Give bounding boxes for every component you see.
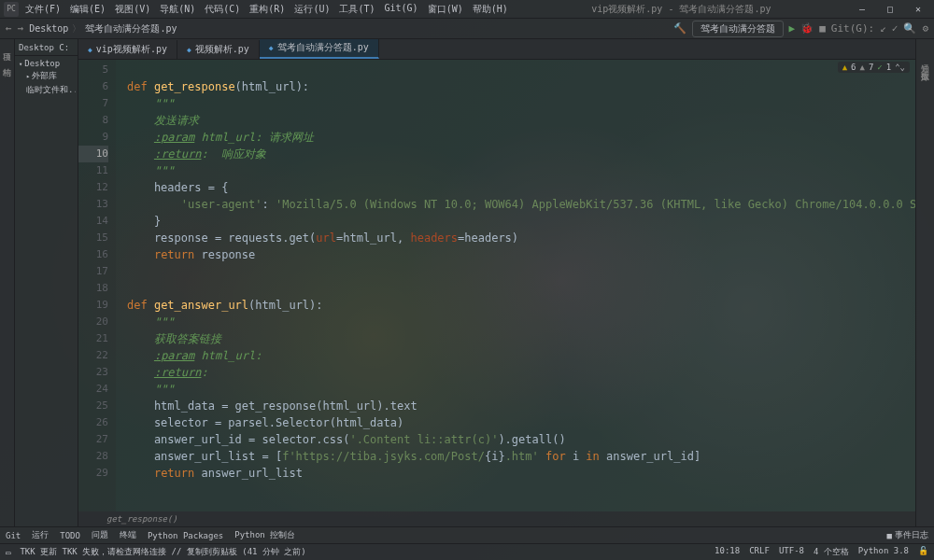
run-config-selector[interactable]: 驾考自动满分答题: [692, 21, 784, 37]
breadcrumb-file[interactable]: 驾考自动满分答题.py: [85, 22, 177, 35]
project-tool-tab[interactable]: 项目: [1, 43, 13, 50]
menu-item[interactable]: 重构(R): [245, 1, 290, 18]
python-interpreter[interactable]: Python 3.8: [858, 546, 909, 558]
code-line[interactable]: headers = {: [127, 179, 915, 196]
lock-icon[interactable]: 🔓: [918, 546, 928, 558]
code-line[interactable]: [127, 263, 915, 280]
line-number[interactable]: 6: [78, 78, 108, 95]
menu-item[interactable]: 运行(U): [290, 1, 334, 18]
tool-window-button[interactable]: 终端: [120, 529, 136, 541]
code-line[interactable]: :return:: [127, 364, 915, 381]
line-number[interactable]: 17: [78, 263, 108, 280]
line-number[interactable]: 21: [78, 330, 108, 347]
tool-window-button[interactable]: 运行: [32, 529, 49, 541]
line-number[interactable]: 28: [78, 448, 108, 465]
editor-tab[interactable]: ◆视频解析.py: [177, 40, 260, 59]
code-line[interactable]: """: [127, 314, 915, 330]
line-number[interactable]: 24: [78, 381, 108, 398]
code-line[interactable]: html_data = get_response(html_url).text: [127, 398, 915, 414]
line-number[interactable]: 19: [78, 297, 108, 314]
line-number[interactable]: 7: [78, 95, 108, 112]
menu-item[interactable]: 帮助(H): [468, 1, 513, 18]
tool-window-button[interactable]: TODO: [60, 529, 80, 541]
code-line[interactable]: response = requests.get(url=html_url, he…: [127, 230, 915, 246]
editor-tab[interactable]: ◆驾考自动满分答题.py: [260, 39, 379, 59]
tool-window-button[interactable]: Python Packages: [148, 529, 223, 541]
git-update-icon[interactable]: ↙: [880, 22, 886, 35]
encoding[interactable]: UTF-8: [779, 546, 804, 558]
chevron-up-down-icon[interactable]: ⌃⌄: [895, 63, 905, 72]
maximize-button[interactable]: □: [878, 3, 902, 16]
breadcrumb[interactable]: Desktop 〉 驾考自动满分答题.py: [29, 22, 177, 35]
tool-window-button[interactable]: 问题: [92, 529, 108, 541]
code-line[interactable]: """: [127, 381, 915, 398]
line-number[interactable]: 12: [78, 179, 108, 196]
git-commit-icon[interactable]: ✓: [892, 22, 899, 35]
line-number[interactable]: 16: [78, 246, 108, 263]
tree-item[interactable]: 临时文件和...: [17, 83, 76, 97]
line-number[interactable]: 20: [78, 314, 108, 330]
menu-item[interactable]: 文件(F): [21, 1, 65, 18]
code-line[interactable]: 获取答案链接: [127, 330, 915, 347]
menu-item[interactable]: 工具(T): [334, 1, 379, 18]
line-number[interactable]: 18: [78, 280, 108, 297]
line-number[interactable]: 10: [78, 146, 108, 162]
status-console-icon[interactable]: ▭: [6, 548, 10, 557]
code-line[interactable]: answer_url_id = selector.css('.Content l…: [127, 431, 915, 448]
menu-item[interactable]: 编辑(E): [65, 1, 110, 18]
project-panel-header[interactable]: Desktop C:: [15, 39, 78, 56]
code-line[interactable]: :param html_url: 请求网址: [127, 129, 915, 146]
line-number[interactable]: 13: [78, 196, 108, 213]
code-line[interactable]: """: [127, 162, 915, 179]
tool-window-button[interactable]: Python 控制台: [234, 529, 295, 541]
code-line[interactable]: """: [127, 95, 915, 112]
back-icon[interactable]: ←: [6, 22, 12, 35]
menu-item[interactable]: 窗口(W): [423, 1, 468, 18]
stop-icon[interactable]: ■: [819, 22, 826, 35]
code-area[interactable]: def get_response(html_url): """ 发送请求 :pa…: [116, 60, 915, 511]
line-number[interactable]: 27: [78, 431, 108, 448]
line-number[interactable]: 9: [78, 129, 108, 146]
code-line[interactable]: [127, 280, 915, 297]
line-separator[interactable]: CRLF: [749, 546, 770, 558]
code-line[interactable]: answer_url_list = [f'https://tiba.jsyks.…: [127, 448, 915, 465]
hammer-icon[interactable]: 🔨: [673, 22, 686, 35]
inspection-widget[interactable]: ▲6 ▲7 ✓1 ⌃⌄: [838, 62, 910, 73]
tool-window-button[interactable]: Git: [6, 529, 21, 541]
line-number-gutter[interactable]: 5678910111213141516171819202122232425262…: [78, 60, 116, 511]
code-line[interactable]: 发送请求: [127, 112, 915, 129]
debug-icon[interactable]: 🐞: [800, 22, 814, 35]
code-line[interactable]: return answer_url_list: [127, 465, 915, 482]
code-line[interactable]: selector = parsel.Selector(html_data): [127, 414, 915, 431]
line-number[interactable]: 22: [78, 347, 108, 364]
structure-tool-tab[interactable]: 结构: [1, 58, 13, 65]
code-line[interactable]: def get_response(html_url):: [127, 78, 915, 95]
code-line[interactable]: :param html_url:: [127, 347, 915, 364]
code-line[interactable]: def get_answer_url(html_url):: [127, 297, 915, 314]
editor-body[interactable]: 5678910111213141516171819202122232425262…: [78, 60, 915, 511]
search-icon[interactable]: 🔍: [903, 22, 916, 35]
line-number[interactable]: 23: [78, 364, 108, 381]
tree-item[interactable]: 外部库: [17, 69, 76, 83]
line-number[interactable]: 26: [78, 414, 108, 431]
code-line[interactable]: :return: 响应对象: [127, 146, 915, 162]
editor-tab[interactable]: ◆vip视频解析.py: [78, 40, 177, 59]
cursor-position[interactable]: 10:18: [715, 546, 740, 558]
code-breadcrumb[interactable]: get_response(): [78, 511, 915, 526]
project-tree[interactable]: Desktop外部库临时文件和...: [15, 56, 78, 99]
code-line[interactable]: [127, 62, 915, 78]
menu-item[interactable]: 代码(C): [200, 1, 245, 18]
menu-item[interactable]: Git(G): [380, 1, 423, 18]
event-log-button[interactable]: ■事件日志: [887, 529, 928, 541]
line-number[interactable]: 14: [78, 213, 108, 230]
close-button[interactable]: ✕: [906, 3, 930, 16]
line-number[interactable]: 11: [78, 162, 108, 179]
forward-icon[interactable]: →: [18, 22, 24, 35]
minimize-button[interactable]: —: [850, 3, 874, 16]
line-number[interactable]: 5: [78, 62, 108, 78]
tree-item[interactable]: Desktop: [17, 58, 76, 69]
menu-item[interactable]: 导航(N): [155, 1, 200, 18]
code-line[interactable]: 'user-agent': 'Mozilla/5.0 (Windows NT 1…: [127, 196, 915, 213]
menu-item[interactable]: 视图(V): [110, 1, 155, 18]
run-icon[interactable]: ▶: [789, 22, 796, 35]
